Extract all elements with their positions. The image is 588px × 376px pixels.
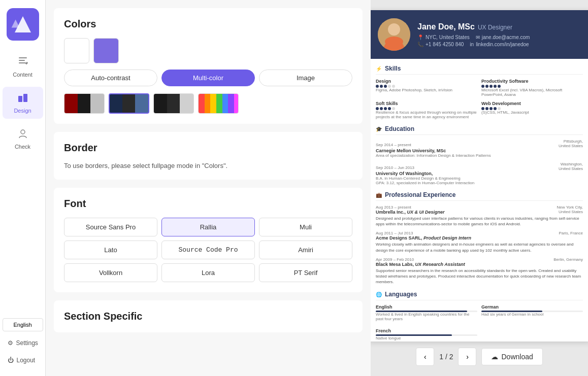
languages-header: 🌐 Languages (376, 291, 583, 300)
design-icon (17, 92, 28, 106)
sidebar-item-design-label: Design (14, 108, 31, 114)
content-icon (17, 56, 28, 70)
sidebar-item-design[interactable]: Design (3, 87, 43, 119)
language-button[interactable]: English (3, 318, 43, 331)
sidebar: Content Design Check English ⚙ Settings … (0, 0, 46, 376)
lang-english: English Worked & lived in English speaki… (376, 304, 477, 321)
lang-french: French Native tongue (376, 328, 477, 340)
experience-header: 💼 Professional Experience (376, 191, 583, 201)
page-indicator: 1 / 2 (439, 353, 453, 361)
skill-design: Design Figma, Adobe Photoshop, Sketch, i… (376, 79, 477, 97)
skills-section: ⚡ Skills Design Figma, Adobe Photosh (376, 65, 583, 119)
sidebar-item-content-label: Content (13, 72, 32, 78)
experience-icon: 💼 (376, 192, 382, 198)
resume-body: ⚡ Skills Design Figma, Adobe Photosh (371, 59, 588, 341)
font-rallia[interactable]: Rallia (161, 218, 255, 236)
color-preset-1[interactable] (64, 93, 105, 114)
sidebar-item-check-label: Check (15, 144, 30, 150)
resume-panel: Jane Doe, MSc UX Designer 📍 NYC, United … (371, 0, 588, 376)
color-swatch-white[interactable] (64, 38, 89, 63)
color-preset-4[interactable] (198, 93, 239, 114)
experience-title: Professional Experience (385, 191, 455, 198)
resume-job-title: UX Designer (478, 24, 512, 31)
auto-contrast-button[interactable]: Auto-contrast (64, 70, 157, 86)
settings-label: Settings (16, 339, 38, 347)
download-icon: ☁ (491, 353, 498, 361)
image-button[interactable]: Image (259, 70, 352, 86)
font-muli[interactable]: Muli (259, 218, 352, 236)
resume-avatar (378, 18, 410, 51)
email-icon: ✉ (476, 35, 480, 40)
location-icon: 📍 (417, 35, 423, 40)
sidebar-item-check[interactable]: Check (3, 123, 43, 155)
skill-soft: Soft Skills Resilience & focus acquired … (376, 101, 477, 119)
color-swatches (64, 38, 352, 63)
resume-container: Jane Doe, MSc UX Designer 📍 NYC, United … (371, 10, 588, 341)
download-label: Download (501, 353, 533, 361)
resume-name: Jane Doe, MSc (417, 22, 475, 31)
color-preset-2[interactable] (109, 93, 149, 114)
svg-rect-4 (19, 60, 25, 61)
font-lora[interactable]: Lora (161, 263, 255, 282)
sidebar-item-content[interactable]: Content (3, 51, 43, 83)
education-section: 🎓 Education Sep 2014 – present Carnegie … (376, 125, 583, 185)
font-grid: Source Sans Pro Rallia Muli Lato Source … (64, 218, 352, 282)
resume-header: Jane Doe, MSc UX Designer 📍 NYC, United … (371, 10, 588, 59)
logout-button[interactable]: ⏻ Logout (3, 353, 43, 368)
lang-grid: English Worked & lived in English speaki… (376, 304, 583, 341)
color-preset-3[interactable] (153, 93, 194, 114)
font-lato[interactable]: Lato (64, 241, 157, 259)
languages-section: 🌐 Languages English Worked & lived in En… (376, 291, 583, 341)
exp-umbrella: Aug 2013 – present Umbrella Inc., UX & U… (376, 205, 583, 227)
multi-color-button[interactable]: Multi-color (161, 70, 255, 86)
skills-title: Skills (385, 65, 401, 72)
font-pt-serif[interactable]: PT Serif (259, 263, 352, 282)
exp-acme: Aug 2011 – Jul 2013 Acme Designs SARL, P… (376, 231, 583, 253)
svg-point-12 (385, 37, 403, 47)
color-buttons: Auto-contrast Multi-color Image (64, 70, 352, 86)
svg-rect-3 (19, 57, 27, 58)
edu-cmu: Sep 2014 – present Carnegie Mellon Unive… (376, 139, 583, 158)
border-title: Border (64, 142, 352, 154)
logout-icon: ⏻ (8, 357, 14, 364)
settings-icon: ⚙ (8, 339, 13, 347)
nav-controls: ‹ 1 / 2 › ☁ Download (416, 348, 543, 366)
next-page-button[interactable]: › (458, 348, 476, 366)
font-amiri[interactable]: Amiri (259, 241, 352, 259)
svg-rect-5 (19, 62, 26, 63)
edu-uw: Sep 2010 – Jun 2013 University Of Washin… (376, 162, 583, 185)
colors-title: Colors (64, 18, 352, 30)
font-source-code-pro[interactable]: Source Code Pro (161, 241, 255, 259)
font-source-sans-pro[interactable]: Source Sans Pro (64, 218, 157, 236)
resume-name-block: Jane Doe, MSc UX Designer 📍 NYC, United … (417, 22, 581, 47)
skill-productivity: Productivity Software Microsoft Excel (i… (481, 79, 583, 97)
contact-location: 📍 NYC, United States ✉ jane.doe@acme.com (417, 35, 581, 40)
prev-page-button[interactable]: ‹ (416, 348, 434, 366)
download-button[interactable]: ☁ Download (481, 348, 542, 365)
languages-title: Languages (385, 291, 417, 298)
contact-phone: 📞 +1 845 4250 840 in linkedin.com/in/jan… (417, 42, 581, 47)
color-swatch-purple[interactable] (93, 38, 119, 63)
phone-icon: 📞 (417, 42, 423, 47)
skills-header: ⚡ Skills (376, 65, 583, 75)
settings-button[interactable]: ⚙ Settings (3, 335, 43, 351)
education-icon: 🎓 (376, 126, 382, 132)
svg-point-10 (388, 23, 400, 36)
font-vollkorn[interactable]: Vollkorn (64, 263, 157, 282)
color-presets (64, 93, 352, 114)
colors-section: Colors Auto-contrast Multi-color Image (54, 8, 363, 124)
skills-icon: ⚡ (376, 66, 382, 72)
logout-label: Logout (17, 357, 36, 364)
lang-german: German Had six years of German in school (481, 304, 583, 321)
border-desc: To use borders, please select fullpage m… (64, 162, 352, 169)
svg-point-8 (21, 130, 25, 134)
skill-webdev: Web Development (S)CSS, HTML, Javascript (481, 101, 583, 119)
linkedin-icon: in (470, 42, 474, 47)
sidebar-logo (7, 8, 39, 43)
skills-grid: Design Figma, Adobe Photoshop, Sketch, i… (376, 79, 583, 119)
svg-rect-7 (23, 94, 27, 102)
section-specific: Section Specific (54, 300, 363, 332)
svg-rect-6 (18, 96, 22, 102)
check-icon (17, 128, 28, 142)
education-title: Education (385, 125, 414, 132)
